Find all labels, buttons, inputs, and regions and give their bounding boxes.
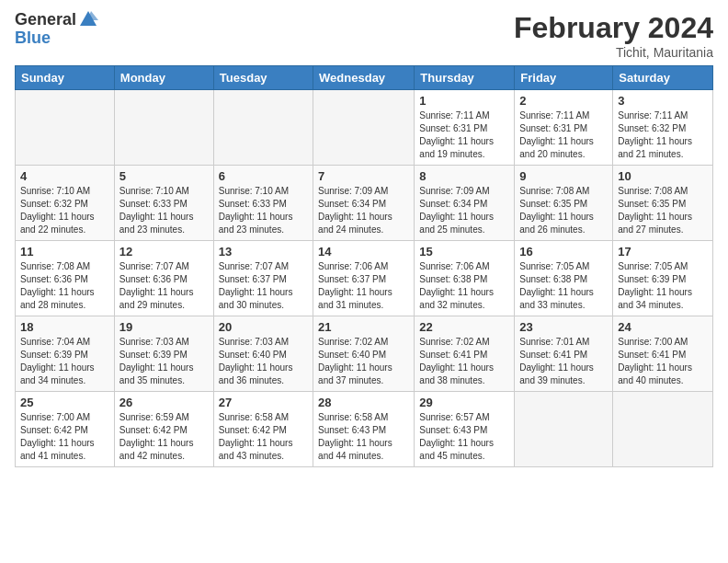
cell-info: Sunrise: 7:08 AM Sunset: 6:36 PM Dayligh…: [20, 260, 109, 312]
logo-icon: [78, 9, 98, 29]
cell-info: Sunrise: 7:05 AM Sunset: 6:39 PM Dayligh…: [618, 260, 708, 312]
calendar-cell: [613, 392, 713, 467]
cell-day-number: 10: [618, 169, 708, 183]
calendar-cell: 2Sunrise: 7:11 AM Sunset: 6:31 PM Daylig…: [515, 90, 613, 166]
cell-info: Sunrise: 7:07 AM Sunset: 6:36 PM Dayligh…: [119, 260, 209, 312]
calendar-cell: 21Sunrise: 7:02 AM Sunset: 6:40 PM Dayli…: [313, 316, 415, 392]
calendar-cell: [16, 90, 115, 166]
calendar-cell: [213, 90, 313, 166]
cell-day-number: 29: [419, 396, 509, 409]
cell-day-number: 8: [419, 169, 509, 183]
calendar-page: General Blue February 2024 Tichit, Mauri…: [0, 0, 728, 563]
cell-info: Sunrise: 6:58 AM Sunset: 6:43 PM Dayligh…: [318, 411, 409, 463]
calendar-cell: 10Sunrise: 7:08 AM Sunset: 6:35 PM Dayli…: [613, 166, 713, 241]
logo-blue: Blue: [15, 29, 98, 48]
calendar-table: Sunday Monday Tuesday Wednesday Thursday…: [15, 65, 713, 467]
col-sunday: Sunday: [16, 66, 115, 90]
calendar-header-row: Sunday Monday Tuesday Wednesday Thursday…: [16, 66, 713, 90]
calendar-cell: 3Sunrise: 7:11 AM Sunset: 6:32 PM Daylig…: [613, 90, 713, 166]
col-wednesday: Wednesday: [313, 66, 415, 90]
cell-info: Sunrise: 7:09 AM Sunset: 6:34 PM Dayligh…: [318, 185, 409, 236]
cell-day-number: 3: [618, 94, 708, 108]
calendar-cell: 22Sunrise: 7:02 AM Sunset: 6:41 PM Dayli…: [415, 316, 515, 392]
cell-day-number: 16: [519, 245, 608, 259]
cell-day-number: 18: [20, 320, 109, 334]
cell-info: Sunrise: 7:04 AM Sunset: 6:39 PM Dayligh…: [20, 336, 109, 387]
col-monday: Monday: [114, 66, 213, 90]
calendar-cell: 13Sunrise: 7:07 AM Sunset: 6:37 PM Dayli…: [213, 241, 313, 316]
cell-day-number: 6: [219, 169, 308, 183]
calendar-row: 11Sunrise: 7:08 AM Sunset: 6:36 PM Dayli…: [16, 241, 713, 316]
calendar-cell: 14Sunrise: 7:06 AM Sunset: 6:37 PM Dayli…: [313, 241, 415, 316]
col-tuesday: Tuesday: [213, 66, 313, 90]
calendar-cell: 4Sunrise: 7:10 AM Sunset: 6:32 PM Daylig…: [16, 166, 115, 241]
cell-info: Sunrise: 6:57 AM Sunset: 6:43 PM Dayligh…: [419, 411, 509, 463]
cell-day-number: 9: [519, 169, 608, 183]
cell-info: Sunrise: 6:59 AM Sunset: 6:42 PM Dayligh…: [119, 411, 209, 463]
calendar-body: 1Sunrise: 7:11 AM Sunset: 6:31 PM Daylig…: [16, 90, 713, 467]
calendar-cell: 11Sunrise: 7:08 AM Sunset: 6:36 PM Dayli…: [16, 241, 115, 316]
cell-info: Sunrise: 7:10 AM Sunset: 6:33 PM Dayligh…: [119, 185, 209, 236]
calendar-cell: [114, 90, 213, 166]
calendar-row: 25Sunrise: 7:00 AM Sunset: 6:42 PM Dayli…: [16, 392, 713, 467]
calendar-cell: 18Sunrise: 7:04 AM Sunset: 6:39 PM Dayli…: [16, 316, 115, 392]
cell-day-number: 22: [419, 320, 509, 334]
cell-day-number: 21: [318, 320, 409, 334]
calendar-row: 18Sunrise: 7:04 AM Sunset: 6:39 PM Dayli…: [16, 316, 713, 392]
calendar-cell: 16Sunrise: 7:05 AM Sunset: 6:38 PM Dayli…: [515, 241, 613, 316]
cell-info: Sunrise: 7:11 AM Sunset: 6:31 PM Dayligh…: [419, 109, 509, 161]
cell-info: Sunrise: 7:01 AM Sunset: 6:41 PM Dayligh…: [519, 336, 608, 387]
calendar-cell: 20Sunrise: 7:03 AM Sunset: 6:40 PM Dayli…: [213, 316, 313, 392]
calendar-cell: 8Sunrise: 7:09 AM Sunset: 6:34 PM Daylig…: [415, 166, 515, 241]
cell-info: Sunrise: 7:07 AM Sunset: 6:37 PM Dayligh…: [219, 260, 308, 312]
col-friday: Friday: [515, 66, 613, 90]
cell-info: Sunrise: 7:03 AM Sunset: 6:39 PM Dayligh…: [119, 336, 209, 387]
title-block: February 2024 Tichit, Mauritania: [514, 11, 713, 60]
calendar-cell: 28Sunrise: 6:58 AM Sunset: 6:43 PM Dayli…: [313, 392, 415, 467]
cell-day-number: 14: [318, 245, 409, 259]
calendar-cell: 5Sunrise: 7:10 AM Sunset: 6:33 PM Daylig…: [114, 166, 213, 241]
cell-info: Sunrise: 7:06 AM Sunset: 6:37 PM Dayligh…: [318, 260, 409, 312]
calendar-cell: 26Sunrise: 6:59 AM Sunset: 6:42 PM Dayli…: [114, 392, 213, 467]
cell-info: Sunrise: 7:09 AM Sunset: 6:34 PM Dayligh…: [419, 185, 509, 236]
calendar-cell: 1Sunrise: 7:11 AM Sunset: 6:31 PM Daylig…: [415, 90, 515, 166]
cell-day-number: 4: [20, 169, 109, 183]
cell-day-number: 2: [519, 94, 608, 108]
cell-day-number: 27: [219, 396, 308, 409]
logo: General Blue: [15, 11, 98, 48]
cell-info: Sunrise: 7:08 AM Sunset: 6:35 PM Dayligh…: [618, 185, 708, 236]
logo-general: General: [15, 11, 76, 29]
calendar-cell: 9Sunrise: 7:08 AM Sunset: 6:35 PM Daylig…: [515, 166, 613, 241]
cell-info: Sunrise: 6:58 AM Sunset: 6:42 PM Dayligh…: [219, 411, 308, 463]
cell-info: Sunrise: 7:08 AM Sunset: 6:35 PM Dayligh…: [519, 185, 608, 236]
cell-day-number: 28: [318, 396, 409, 409]
calendar-cell: 24Sunrise: 7:00 AM Sunset: 6:41 PM Dayli…: [613, 316, 713, 392]
cell-day-number: 7: [318, 169, 409, 183]
header: General Blue February 2024 Tichit, Mauri…: [15, 11, 713, 60]
calendar-cell: 17Sunrise: 7:05 AM Sunset: 6:39 PM Dayli…: [613, 241, 713, 316]
calendar-row: 4Sunrise: 7:10 AM Sunset: 6:32 PM Daylig…: [16, 166, 713, 241]
calendar-cell: 7Sunrise: 7:09 AM Sunset: 6:34 PM Daylig…: [313, 166, 415, 241]
cell-day-number: 11: [20, 245, 109, 259]
cell-day-number: 19: [119, 320, 209, 334]
calendar-cell: 29Sunrise: 6:57 AM Sunset: 6:43 PM Dayli…: [415, 392, 515, 467]
calendar-title: February 2024: [514, 11, 713, 45]
cell-info: Sunrise: 7:00 AM Sunset: 6:41 PM Dayligh…: [618, 336, 708, 387]
cell-info: Sunrise: 7:10 AM Sunset: 6:33 PM Dayligh…: [219, 185, 308, 236]
col-thursday: Thursday: [415, 66, 515, 90]
calendar-cell: 15Sunrise: 7:06 AM Sunset: 6:38 PM Dayli…: [415, 241, 515, 316]
cell-info: Sunrise: 7:02 AM Sunset: 6:40 PM Dayligh…: [318, 336, 409, 387]
calendar-cell: 23Sunrise: 7:01 AM Sunset: 6:41 PM Dayli…: [515, 316, 613, 392]
cell-day-number: 1: [419, 94, 509, 108]
cell-day-number: 12: [119, 245, 209, 259]
cell-day-number: 26: [119, 396, 209, 409]
cell-info: Sunrise: 7:00 AM Sunset: 6:42 PM Dayligh…: [20, 411, 109, 463]
cell-info: Sunrise: 7:03 AM Sunset: 6:40 PM Dayligh…: [219, 336, 308, 387]
calendar-cell: 19Sunrise: 7:03 AM Sunset: 6:39 PM Dayli…: [114, 316, 213, 392]
cell-day-number: 24: [618, 320, 708, 334]
cell-info: Sunrise: 7:11 AM Sunset: 6:31 PM Dayligh…: [519, 109, 608, 161]
cell-day-number: 23: [519, 320, 608, 334]
col-saturday: Saturday: [613, 66, 713, 90]
calendar-cell: 6Sunrise: 7:10 AM Sunset: 6:33 PM Daylig…: [213, 166, 313, 241]
calendar-cell: 27Sunrise: 6:58 AM Sunset: 6:42 PM Dayli…: [213, 392, 313, 467]
